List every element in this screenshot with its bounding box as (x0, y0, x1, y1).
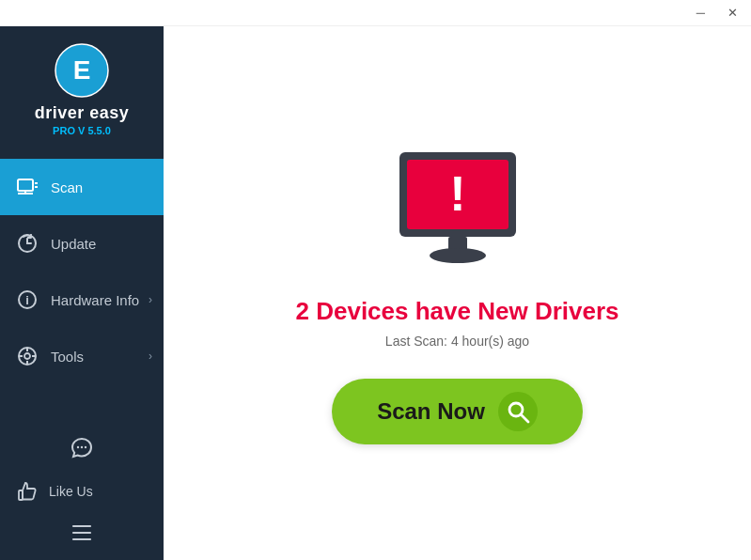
sidebar-item-scan[interactable]: Scan (0, 159, 164, 215)
svg-rect-2 (18, 179, 33, 191)
minimize-button[interactable]: ─ (691, 4, 711, 22)
hardware-info-chevron-icon: › (149, 293, 152, 306)
menu-list-icon-button[interactable] (0, 519, 164, 551)
sidebar-item-hardware-info[interactable]: i Hardware Info › (0, 272, 164, 328)
chat-icon-button[interactable] (66, 432, 98, 464)
like-us-label: Like Us (49, 484, 93, 499)
svg-text:E: E (73, 55, 91, 85)
close-button[interactable]: ✕ (722, 4, 743, 22)
svg-point-16 (77, 446, 79, 448)
sidebar-item-tools[interactable]: Tools › (0, 328, 164, 384)
hardware-info-nav-icon: i (15, 288, 39, 312)
main-content: ! 2 Devices have New Drivers Last Scan: … (164, 26, 751, 560)
sidebar-hardware-label: Hardware Info (51, 292, 139, 308)
update-nav-icon (15, 231, 39, 256)
tools-nav-icon (15, 344, 39, 368)
sidebar-update-label: Update (51, 236, 96, 252)
app-body: E driver easy PRO V 5.5.0 Scan (0, 26, 751, 560)
app-name: driver easy (35, 103, 130, 123)
app-version: PRO V 5.5.0 (53, 125, 111, 136)
sidebar-scan-label: Scan (51, 179, 83, 195)
svg-text:i: i (25, 293, 29, 307)
sidebar-item-update[interactable]: Update (0, 215, 164, 272)
svg-text:!: ! (449, 166, 465, 221)
title-bar: ─ ✕ (0, 0, 751, 26)
scan-nav-icon (15, 175, 39, 199)
sidebar-nav: Scan Update (0, 159, 164, 419)
scan-now-button[interactable]: Scan Now (332, 379, 583, 444)
svg-point-18 (85, 446, 86, 448)
svg-point-17 (81, 446, 83, 448)
svg-rect-19 (19, 490, 23, 500)
monitor-illustration: ! (383, 143, 533, 274)
svg-line-29 (521, 414, 528, 422)
scan-now-label: Scan Now (377, 398, 485, 425)
svg-point-11 (24, 353, 30, 359)
sidebar-tools-label: Tools (51, 349, 84, 365)
app-logo-icon: E (55, 43, 109, 98)
like-us-row[interactable]: Like Us (0, 472, 164, 511)
main-headline: 2 Devices have New Drivers (296, 297, 619, 326)
last-scan-text: Last Scan: 4 hour(s) ago (385, 334, 529, 349)
thumbs-up-icon (15, 479, 39, 504)
svg-point-27 (430, 248, 486, 263)
scan-now-search-icon (498, 392, 538, 431)
sidebar: E driver easy PRO V 5.5.0 Scan (0, 26, 164, 560)
sidebar-bottom: Like Us (0, 419, 164, 560)
sidebar-logo: E driver easy PRO V 5.5.0 (0, 26, 164, 149)
tools-chevron-icon: › (149, 350, 152, 363)
monitor-svg: ! (383, 143, 533, 274)
